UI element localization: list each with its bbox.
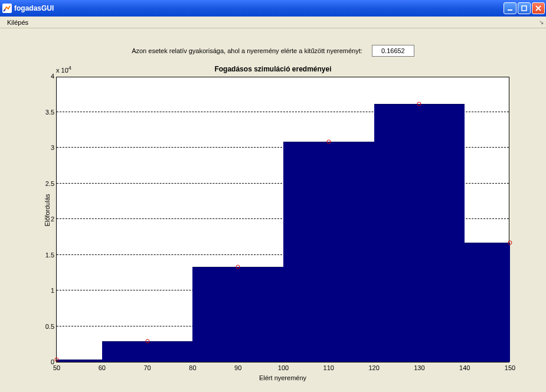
bar (465, 243, 510, 362)
x-tick-label: 150 (505, 364, 515, 371)
menubar-grip-icon: ↘ (539, 19, 544, 25)
window-titlebar: fogadasGUI (0, 0, 546, 17)
maximize-button[interactable] (518, 2, 531, 14)
data-marker (417, 102, 421, 106)
bar (57, 360, 102, 362)
x-tick-label: 100 (278, 364, 289, 371)
x-tick-label: 80 (189, 364, 196, 371)
x-tick-label: 130 (414, 364, 424, 371)
minimize-button[interactable] (504, 2, 516, 14)
y-tick-label: 0 (40, 358, 54, 365)
y-tick-label: 0.5 (40, 323, 54, 330)
window-title: fogadasGUI (14, 4, 504, 12)
result-value-box: 0.16652 (372, 45, 414, 57)
x-axis-label: Elért nyeremény (56, 374, 509, 381)
result-label: Azon esetek relatív gyakorisága, ahol a … (132, 47, 362, 54)
bar (192, 267, 283, 362)
matlab-app-icon (2, 4, 12, 13)
bar (283, 142, 374, 362)
y-tick-label: 3.5 (40, 109, 54, 116)
y-tick-label: 2 (40, 215, 54, 223)
x-tick-label: 110 (323, 364, 334, 371)
x-tick-label: 50 (53, 364, 60, 371)
x-tick-label: 140 (459, 364, 470, 371)
client-area: Azon esetek relatív gyakorisága, ahol a … (0, 28, 546, 392)
y-tick-label: 2.5 (40, 180, 54, 187)
data-marker (145, 339, 149, 343)
data-marker (236, 265, 240, 269)
chart-title: Fogadásos szimuláció eredményei (0, 65, 546, 73)
x-tick-label: 60 (99, 364, 106, 371)
window-controls (504, 2, 545, 14)
x-tick-label: 90 (234, 364, 241, 371)
svg-rect-1 (522, 6, 527, 11)
y-tick-label: 4 (40, 73, 54, 80)
bar (374, 104, 465, 362)
menubar: Kilépés ↘ (0, 17, 546, 28)
x-tick-label: 120 (368, 364, 379, 371)
data-marker (326, 140, 331, 144)
y-tick-label: 1 (40, 287, 54, 294)
data-marker (55, 358, 59, 362)
menu-exit[interactable]: Kilépés (2, 18, 33, 27)
x-tick-label: 70 (143, 364, 151, 371)
data-marker (508, 240, 512, 244)
y-tick-label: 3 (40, 144, 54, 151)
y-tick-label: 1.5 (40, 251, 54, 259)
bar (102, 341, 193, 362)
result-row: Azon esetek relatív gyakorisága, ahol a … (0, 45, 546, 57)
close-button[interactable] (532, 2, 545, 14)
svg-rect-0 (508, 9, 512, 11)
chart-axes: 00.511.522.533.5450607080901001101201301… (56, 77, 509, 362)
